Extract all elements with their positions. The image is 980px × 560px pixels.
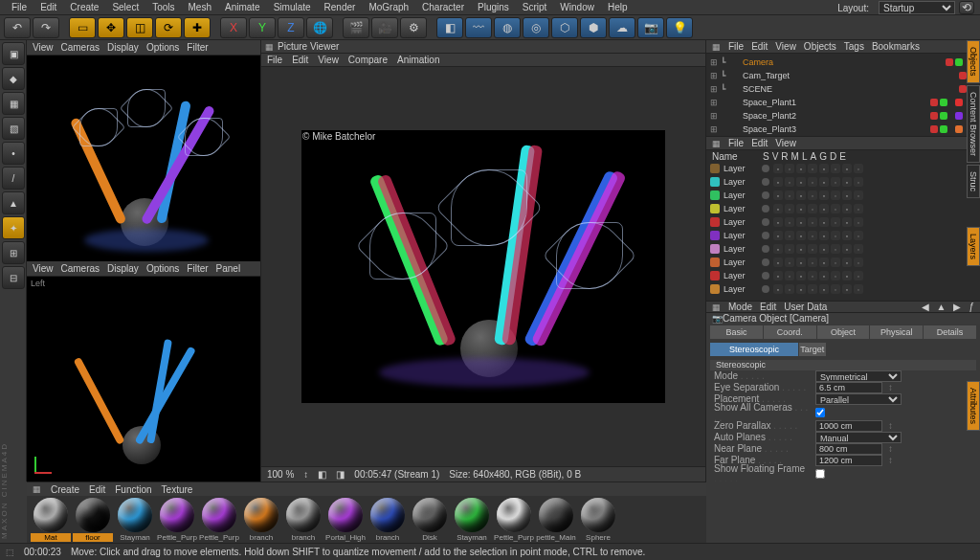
x-axis-lock[interactable]: X — [220, 17, 247, 38]
prop-far[interactable] — [815, 455, 882, 466]
layer-row[interactable]: Layer▪▫▪▫▪▫▪▫ — [706, 282, 980, 296]
mm-function[interactable]: Function — [115, 484, 151, 495]
menu-select[interactable]: Select — [106, 2, 145, 12]
pv-file[interactable]: File — [267, 55, 282, 65]
tab-stereoscopic[interactable]: Stereoscopic — [710, 343, 798, 356]
add-environment-button[interactable]: ☁ — [609, 17, 635, 38]
stepper-icon[interactable]: ↕ — [888, 455, 896, 465]
vp1-display[interactable]: Display — [107, 42, 139, 53]
layer-row[interactable]: Layer▪▫▪▫▪▫▪▫ — [706, 242, 980, 256]
object-row[interactable]: ⊞ ┗SCENE — [710, 82, 976, 96]
vp1-filter[interactable]: Filter — [187, 42, 208, 53]
pv-stepper-icon[interactable]: ↕ — [303, 469, 308, 480]
mm-edit[interactable]: Edit — [89, 484, 105, 495]
om-objects[interactable]: Objects — [804, 41, 836, 52]
edge-mode[interactable]: / — [2, 167, 25, 190]
move-tool[interactable]: ✥ — [98, 17, 124, 38]
material-swatch[interactable]: Pettle_Purp — [157, 498, 197, 542]
layer-row[interactable]: Layer▪▫▪▫▪▫▪▫ — [706, 202, 980, 215]
select-tool[interactable]: ▭ — [69, 17, 96, 38]
om-view[interactable]: View — [775, 41, 796, 52]
menu-create[interactable]: Create — [64, 2, 104, 12]
nav-back-icon[interactable]: ◀ — [922, 302, 929, 312]
vp1-options[interactable]: Options — [146, 42, 179, 53]
om-tags[interactable]: Tags — [844, 41, 864, 52]
layer-row[interactable]: Layer▪▫▪▫▪▫▪▫ — [706, 189, 980, 202]
render-view-button[interactable]: 🎬 — [343, 17, 369, 38]
stepper-icon[interactable]: ↕ — [888, 443, 896, 454]
vp1-view[interactable]: View — [33, 42, 54, 53]
prop-zero[interactable] — [815, 420, 882, 432]
tab-target[interactable]: Target — [799, 343, 826, 356]
add-camera-button[interactable]: 📷 — [637, 17, 664, 38]
vp2-filter[interactable]: Filter — [187, 263, 208, 274]
y-axis-lock[interactable]: Y — [249, 17, 276, 38]
menu-file[interactable]: File — [6, 2, 33, 12]
lm-view[interactable]: View — [775, 138, 796, 148]
prop-mode[interactable]: Symmetrical — [815, 370, 902, 382]
undo-button[interactable]: ↶ — [4, 17, 31, 38]
menu-window[interactable]: Window — [554, 2, 600, 12]
vp2-options[interactable]: Options — [146, 263, 179, 274]
pv-edit[interactable]: Edit — [292, 55, 308, 65]
om-bookmarks[interactable]: Bookmarks — [872, 41, 920, 52]
add-primitive-button[interactable]: ◧ — [436, 17, 463, 38]
pv-chan-a[interactable]: ◧ — [318, 469, 326, 480]
nav-up-icon[interactable]: ▲ — [937, 302, 947, 312]
material-swatch[interactable]: pettle_Main — [536, 498, 576, 542]
am-edit[interactable]: Edit — [760, 302, 776, 312]
object-row[interactable]: ⊞ Space_Plant1 — [710, 96, 976, 109]
snap-toggle[interactable]: ⊞ — [2, 241, 25, 264]
menu-edit[interactable]: Edit — [34, 2, 62, 12]
rtab-content[interactable]: Content Browser — [967, 85, 980, 163]
pv-animation[interactable]: Animation — [397, 55, 439, 65]
menu-mesh[interactable]: Mesh — [183, 2, 217, 12]
render-pv-button[interactable]: 🎥 — [371, 17, 398, 38]
tab-object[interactable]: Object — [817, 325, 870, 339]
add-subdiv-button[interactable]: ⬡ — [551, 17, 578, 38]
mm-create[interactable]: Create — [51, 484, 79, 495]
world-toggle[interactable]: 🌐 — [306, 17, 333, 38]
rtab-attributes[interactable]: Attributes — [967, 381, 980, 431]
add-light-button[interactable]: 💡 — [666, 17, 693, 38]
locked-workplane[interactable]: ⊟ — [2, 266, 25, 289]
point-mode[interactable]: • — [2, 142, 25, 165]
rtab-structure[interactable]: Struc — [967, 165, 980, 198]
menu-animate[interactable]: Animate — [219, 2, 266, 12]
menu-character[interactable]: Character — [416, 2, 470, 12]
scale-tool[interactable]: ◫ — [126, 17, 153, 38]
texture-mode[interactable]: ▦ — [2, 92, 25, 115]
model-mode[interactable]: ◆ — [2, 67, 25, 90]
layer-list[interactable]: Layer▪▫▪▫▪▫▪▫Layer▪▫▪▫▪▫▪▫Layer▪▫▪▫▪▫▪▫L… — [706, 162, 980, 296]
last-tool[interactable]: ✚ — [184, 17, 211, 38]
pv-compare[interactable]: Compare — [348, 55, 388, 65]
object-row[interactable]: ⊞ ┗Cam_Target — [710, 69, 976, 82]
material-swatch[interactable]: Pettle_Purp — [199, 498, 239, 542]
axis-mode[interactable]: ✦ — [2, 216, 25, 239]
workplane-mode[interactable]: ▧ — [2, 117, 25, 140]
add-generator2-button[interactable]: ◎ — [523, 17, 549, 38]
tab-basic[interactable]: Basic — [710, 325, 763, 339]
material-list[interactable]: MatfloorStaymanPettle_PurpPettle_Purpbra… — [27, 496, 706, 543]
add-generator-button[interactable]: ◍ — [494, 17, 521, 38]
om-edit[interactable]: Edit — [751, 41, 768, 52]
prop-showcam[interactable] — [815, 408, 825, 417]
rotate-tool[interactable]: ⟳ — [155, 17, 182, 38]
pv-body[interactable]: © Mike Batchelor — [261, 67, 705, 466]
material-swatch[interactable]: Mat — [31, 498, 71, 542]
tab-coord[interactable]: Coord. — [764, 325, 816, 339]
tab-physical[interactable]: Physical — [870, 325, 923, 339]
am-userdata[interactable]: User Data — [784, 302, 827, 312]
vp2-panel[interactable]: Panel — [216, 263, 241, 274]
prop-eye[interactable] — [815, 382, 882, 393]
layer-row[interactable]: Layer▪▫▪▫▪▫▪▫ — [706, 162, 980, 175]
vp2-display[interactable]: Display — [107, 263, 139, 274]
menu-mograph[interactable]: MoGraph — [363, 2, 414, 12]
material-swatch[interactable]: Disk — [410, 498, 450, 542]
object-manager[interactable]: ⊞ ┗Camera⊞ ┗Cam_Target⊞ ┗SCENE⊞ Space_Pl… — [706, 54, 980, 136]
vp2-cameras[interactable]: Cameras — [61, 263, 100, 274]
render-settings-button[interactable]: ⚙ — [400, 17, 427, 38]
rtab-layers[interactable]: Layers — [967, 227, 980, 266]
om-file[interactable]: File — [728, 41, 744, 52]
layer-row[interactable]: Layer▪▫▪▫▪▫▪▫ — [706, 229, 980, 242]
